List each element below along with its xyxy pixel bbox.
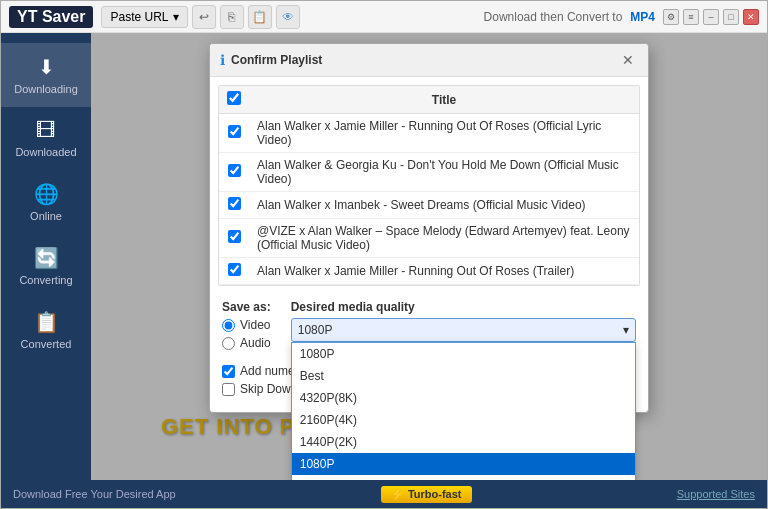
row-checkbox-cell <box>219 192 249 219</box>
audio-radio[interactable] <box>222 337 235 350</box>
content-area: GET INTO PC ℹ Confirm Playlist ✕ <box>91 33 767 480</box>
dialog-title-area: ℹ Confirm Playlist <box>220 52 322 68</box>
sidebar-item-converting[interactable]: 🔄 Converting <box>1 234 91 298</box>
film-icon: 🎞 <box>36 119 56 142</box>
convert-icon: 🔄 <box>34 246 59 270</box>
quality-selected-value: 1080P <box>298 323 333 337</box>
bottom-bar-text: Download Free Your Desired App <box>13 488 176 500</box>
app-logo: YT Saver <box>9 6 93 28</box>
row-checkbox-4[interactable] <box>228 263 241 276</box>
numerical-order-checkbox[interactable] <box>222 365 235 378</box>
quality-option-720P[interactable]: 720P <box>292 475 635 480</box>
dropdown-chevron-icon: ▾ <box>623 323 629 337</box>
table-row: Alan Walker x Jamie Miller - Running Out… <box>219 258 639 285</box>
row-title-0: Alan Walker x Jamie Miller - Running Out… <box>249 114 639 153</box>
row-checkbox-cell <box>219 153 249 192</box>
row-checkbox-0[interactable] <box>228 125 241 138</box>
toolbar-area: Paste URL ▾ ↩ ⎘ 📋 👁 <box>101 5 299 29</box>
row-title-3: @VIZE x Alan Walker – Space Melody (Edwa… <box>249 219 639 258</box>
video-radio-option[interactable]: Video <box>222 318 271 332</box>
playlist-table-container: Title Alan Walker x Jamie Miller - Runni… <box>218 85 640 286</box>
title-bar-right: Download then Convert to MP4 ⚙ ≡ – □ ✕ <box>484 9 759 25</box>
dialog-body: Title Alan Walker x Jamie Miller - Runni… <box>210 77 648 412</box>
dialog-info-icon: ℹ <box>220 52 225 68</box>
quality-option-4320P(8K)[interactable]: 4320P(8K) <box>292 387 635 409</box>
sidebar-downloaded-label: Downloaded <box>15 146 76 158</box>
sidebar-converted-label: Converted <box>21 338 72 350</box>
save-as-label: Save as: <box>222 300 271 314</box>
quality-option-2160P(4K)[interactable]: 2160P(4K) <box>292 409 635 431</box>
row-checkbox-cell <box>219 114 249 153</box>
row-checkbox-1[interactable] <box>228 164 241 177</box>
save-as-section: Save as: Video Audio <box>210 294 648 356</box>
sidebar-item-converted[interactable]: 📋 Converted <box>1 298 91 362</box>
check-all-checkbox[interactable] <box>227 91 241 105</box>
convert-label: Download then Convert to <box>484 10 623 24</box>
audio-radio-option[interactable]: Audio <box>222 336 271 350</box>
row-title-4: Alan Walker x Jamie Miller - Running Out… <box>249 258 639 285</box>
check-all-header <box>219 86 249 114</box>
quality-section: Desired media quality 1080P ▾ 1080PBest4… <box>291 300 636 342</box>
row-checkbox-cell <box>219 219 249 258</box>
menu-button[interactable]: ≡ <box>683 9 699 25</box>
playlist-tbody: Alan Walker x Jamie Miller - Running Out… <box>219 114 639 285</box>
turbo-fast-button[interactable]: ⚡ Turbo-fast <box>381 486 472 503</box>
row-checkbox-cell <box>219 258 249 285</box>
quality-option-1080P[interactable]: 1080P <box>292 453 635 475</box>
eye-button[interactable]: 👁 <box>276 5 300 29</box>
sidebar-converting-label: Converting <box>19 274 72 286</box>
quality-label: Desired media quality <box>291 300 636 314</box>
dropdown-arrow-icon: ▾ <box>173 10 179 24</box>
dialog-title-text: Confirm Playlist <box>231 53 322 67</box>
skip-downloaded-checkbox[interactable] <box>222 383 235 396</box>
video-radio[interactable] <box>222 319 235 332</box>
audio-label: Audio <box>240 336 271 350</box>
sidebar-online-label: Online <box>30 210 62 222</box>
dialog-close-button[interactable]: ✕ <box>618 50 638 70</box>
supported-sites-link[interactable]: Supported Sites <box>677 488 755 500</box>
table-row: Alan Walker & Georgia Ku - Don't You Hol… <box>219 153 639 192</box>
quality-option-1440P(2K)[interactable]: 1440P(2K) <box>292 431 635 453</box>
sidebar: ⬇ Downloading 🎞 Downloaded 🌐 Online 🔄 Co… <box>1 33 91 480</box>
bottom-bar: Download Free Your Desired App ⚡ Turbo-f… <box>1 480 767 508</box>
main-content: ⬇ Downloading 🎞 Downloaded 🌐 Online 🔄 Co… <box>1 33 767 480</box>
undo-button[interactable]: ↩ <box>192 5 216 29</box>
sidebar-item-online[interactable]: 🌐 Online <box>1 170 91 234</box>
row-checkbox-3[interactable] <box>228 230 241 243</box>
title-bar: YT Saver Paste URL ▾ ↩ ⎘ 📋 👁 Download th… <box>1 1 767 33</box>
sidebar-item-downloading[interactable]: ⬇ Downloading <box>1 43 91 107</box>
minimize-button[interactable]: – <box>703 9 719 25</box>
row-checkbox-2[interactable] <box>228 197 241 210</box>
title-column-header: Title <box>249 86 639 114</box>
table-row: @VIZE x Alan Walker – Space Melody (Edwa… <box>219 219 639 258</box>
copy-button[interactable]: ⎘ <box>220 5 244 29</box>
close-button[interactable]: ✕ <box>743 9 759 25</box>
paste-url-label: Paste URL <box>110 10 168 24</box>
quality-dropdown-list[interactable]: 1080PBest4320P(8K)2160P(4K)1440P(2K)1080… <box>291 342 636 480</box>
quality-option-1080P[interactable]: 1080P <box>292 343 635 365</box>
sidebar-downloading-label: Downloading <box>14 83 78 95</box>
app-window: YT Saver Paste URL ▾ ↩ ⎘ 📋 👁 Download th… <box>0 0 768 509</box>
quality-option-Best[interactable]: Best <box>292 365 635 387</box>
title-bar-left: YT Saver Paste URL ▾ ↩ ⎘ 📋 👁 <box>9 5 300 29</box>
quality-dropdown[interactable]: 1080P ▾ <box>291 318 636 342</box>
video-label: Video <box>240 318 270 332</box>
row-title-1: Alan Walker & Georgia Ku - Don't You Hol… <box>249 153 639 192</box>
convert-format: MP4 <box>630 10 655 24</box>
clipboard-icon: 📋 <box>34 310 59 334</box>
sidebar-item-downloaded[interactable]: 🎞 Downloaded <box>1 107 91 170</box>
table-row: Alan Walker x Imanbek - Sweet Dreams (Of… <box>219 192 639 219</box>
dialog-overlay: ℹ Confirm Playlist ✕ <box>91 33 767 480</box>
maximize-button[interactable]: □ <box>723 9 739 25</box>
save-as-options: Video Audio <box>222 318 271 350</box>
table-row: Alan Walker x Jamie Miller - Running Out… <box>219 114 639 153</box>
playlist-table: Title Alan Walker x Jamie Miller - Runni… <box>219 86 639 285</box>
paste-url-button[interactable]: Paste URL ▾ <box>101 6 187 28</box>
globe-icon: 🌐 <box>34 182 59 206</box>
dialog-title-bar: ℹ Confirm Playlist ✕ <box>210 44 648 77</box>
save-as-left: Save as: Video Audio <box>222 300 271 350</box>
paste-button[interactable]: 📋 <box>248 5 272 29</box>
turbo-label: ⚡ Turbo-fast <box>391 488 462 501</box>
win-controls: ⚙ ≡ – □ ✕ <box>663 9 759 25</box>
settings-button[interactable]: ⚙ <box>663 9 679 25</box>
